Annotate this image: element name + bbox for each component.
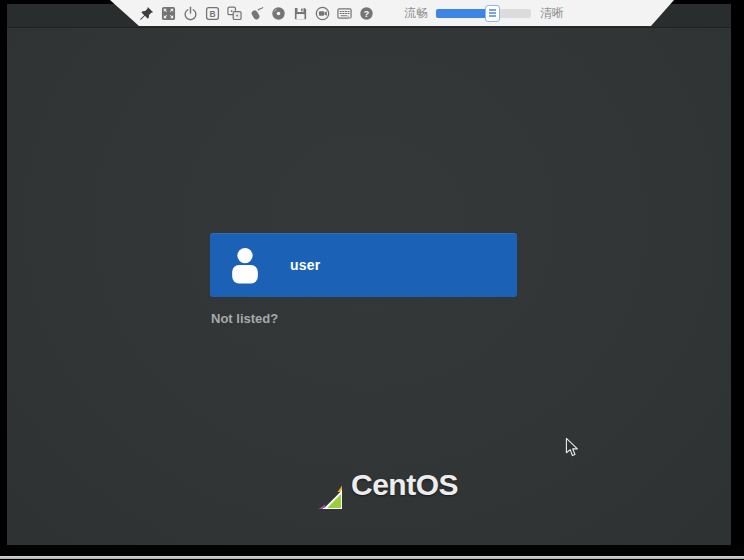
mouse-icon[interactable] <box>249 5 264 21</box>
floppy-icon[interactable] <box>293 5 308 21</box>
camera-icon[interactable] <box>315 5 330 21</box>
quality-slider[interactable] <box>436 0 531 26</box>
toolbar-icons <box>139 5 374 21</box>
viewer-toolbar: 流畅 清晰 <box>106 0 674 26</box>
help-icon[interactable] <box>359 5 374 21</box>
power-icon[interactable] <box>681 7 698 24</box>
quality-smooth-label: 流畅 <box>404 5 428 22</box>
centos-brand: CentOS <box>294 461 458 509</box>
window-bottom-edge <box>0 556 744 559</box>
b-key-icon[interactable] <box>205 5 220 21</box>
centos-wordmark: CentOS <box>351 468 458 502</box>
fullscreen-icon[interactable] <box>161 5 176 21</box>
chevron-down-icon[interactable] <box>709 10 721 22</box>
keyboard-icon[interactable] <box>337 5 352 21</box>
mouse-cursor <box>565 437 580 462</box>
slider-handle[interactable] <box>485 5 500 22</box>
user-tile[interactable]: user <box>210 233 517 297</box>
power-icon[interactable] <box>183 5 198 21</box>
username-label: user <box>290 257 320 273</box>
centos-logo-icon <box>294 461 342 509</box>
quality-sharp-label: 清晰 <box>540 5 564 22</box>
centos-login-screen: user Not listed? CentOS <box>7 4 731 545</box>
disc-icon[interactable] <box>271 5 286 21</box>
pin-icon[interactable] <box>139 5 154 21</box>
keycaps-icon[interactable] <box>227 5 242 21</box>
not-listed-link[interactable]: Not listed? <box>211 311 278 326</box>
user-avatar-icon <box>227 245 263 286</box>
screenshot-root: { "toolbar": { "background_color": "#f3f… <box>0 0 744 560</box>
